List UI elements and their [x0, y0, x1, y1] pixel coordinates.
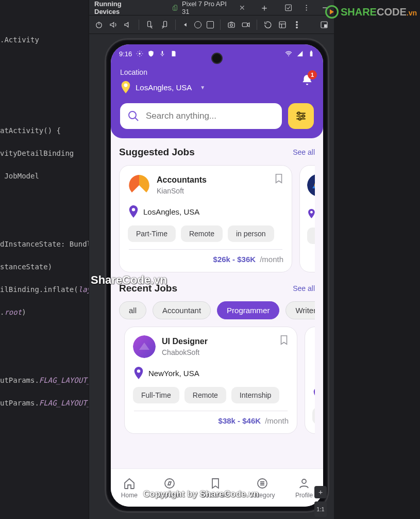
device-area: 9:16 Locat — [94, 36, 329, 519]
device-tab[interactable]: Pixel 7 Pro API 31 ✕ — [172, 0, 245, 15]
code-line: JobModel — [0, 172, 39, 180]
svg-point-35 — [312, 335, 315, 358]
code-line: atActivity() { — [0, 126, 61, 135]
svg-point-26 — [302, 115, 304, 117]
job-title: Accountants — [157, 175, 207, 185]
reload-icon[interactable] — [263, 20, 273, 29]
notifications-button[interactable]: 1 — [300, 73, 314, 87]
filter-chip-programmer[interactable]: Programmer — [217, 301, 279, 319]
camera-cutout — [211, 53, 223, 64]
filter-button[interactable] — [288, 103, 314, 129]
layout-icon[interactable] — [278, 20, 287, 29]
more-icon[interactable] — [303, 4, 310, 12]
record-icon[interactable] — [241, 20, 250, 29]
job-card-peek[interactable]: Ne Part- — [299, 165, 315, 272]
filter-chip-all[interactable]: all — [119, 301, 146, 319]
nav-category[interactable]: Category — [250, 477, 275, 499]
job-tag: in person — [228, 225, 274, 242]
toolbar-more-icon[interactable] — [292, 20, 301, 29]
svg-rect-7 — [148, 21, 151, 27]
power-icon[interactable] — [94, 20, 104, 29]
nav-label: Profile — [295, 492, 313, 499]
signal-icon — [296, 50, 304, 57]
bookmark-icon[interactable] — [273, 173, 284, 184]
svg-point-18 — [139, 53, 141, 55]
bookmark-icon — [209, 477, 222, 490]
plus-icon: + — [318, 488, 323, 496]
filter-chip-accountant[interactable]: Accountant — [153, 301, 211, 319]
svg-rect-19 — [162, 51, 163, 54]
rotate-left-icon[interactable] — [145, 20, 155, 29]
back-icon[interactable] — [182, 21, 189, 28]
nav-home[interactable]: Home — [121, 477, 138, 499]
nav-bookmark[interactable]: Bookmark — [201, 477, 229, 499]
nav-profile[interactable]: Profile — [295, 477, 313, 499]
recent-list[interactable]: UI Designer ChabokSoft NewYork, USA Full… — [119, 327, 315, 434]
svg-rect-22 — [311, 51, 312, 52]
phone-screen[interactable]: 9:16 Locat — [111, 44, 323, 507]
code-line: root — [4, 308, 22, 316]
nav-label: Home — [121, 492, 138, 499]
job-card-peek[interactable]: Fu — [305, 327, 315, 434]
job-card[interactable]: UI Designer ChabokSoft NewYork, USA Full… — [124, 327, 297, 434]
tab-add-icon[interactable]: ＋ — [260, 2, 269, 14]
zoom-ratio-button[interactable]: 1:1 — [314, 501, 327, 517]
volume-up-icon[interactable] — [109, 20, 118, 29]
filter-chip-writer[interactable]: Writer — [285, 301, 315, 319]
svg-rect-8 — [164, 21, 167, 27]
code-line: utParams. — [0, 399, 39, 407]
list-icon — [256, 477, 268, 490]
emulator-toolbar — [89, 15, 334, 34]
job-tag: Remote — [181, 225, 223, 242]
panel-tabs: Running Devices Pixel 7 Pro API 31 ✕ ＋ — [89, 0, 334, 15]
nav-explorer[interactable]: Explorer — [158, 477, 181, 499]
app-header: Location LosAngles, USA ▼ 1 — [111, 63, 323, 138]
code-line: .Activity — [0, 36, 39, 44]
watermark-logo: SHARECODE.vn — [325, 5, 417, 19]
dock-icon[interactable] — [320, 20, 329, 29]
job-tag: Fu — [312, 408, 315, 424]
svg-point-42 — [302, 479, 306, 483]
pin-icon — [307, 207, 315, 220]
wm-share: SHARE — [341, 6, 377, 18]
expand-icon[interactable] — [284, 4, 292, 12]
search-field[interactable] — [120, 103, 282, 129]
job-card[interactable]: Accountants KianSoft LosAngles, USA Part… — [119, 165, 292, 272]
pin-icon — [133, 366, 144, 380]
battery-icon — [308, 50, 315, 57]
see-all-link[interactable]: See all — [293, 284, 315, 293]
recent-section: Recent Jobs See all all Accountant Progr… — [111, 274, 323, 436]
company-logo — [133, 335, 156, 358]
code-line: layo — [78, 285, 89, 294]
code-line: utParams. — [0, 376, 39, 384]
code-line: FLAG_LAYOUT_N — [39, 376, 89, 384]
nav-label: Category — [250, 492, 275, 499]
home-icon[interactable] — [194, 21, 201, 28]
svg-rect-12 — [279, 22, 285, 28]
overview-icon[interactable] — [207, 21, 214, 28]
zoom-controls: + 1:1 — [313, 486, 328, 519]
screenshot-icon[interactable] — [227, 20, 236, 29]
see-all-link[interactable]: See all — [293, 148, 315, 156]
nav-label: Bookmark — [201, 492, 229, 499]
rotate-right-icon[interactable] — [160, 20, 169, 29]
svg-point-34 — [137, 369, 140, 372]
notification-badge: 1 — [308, 70, 317, 79]
code-editor[interactable]: .Activity atActivity() { vityDetailBindi… — [0, 0, 89, 519]
location-selector[interactable]: LosAngles, USA ▼ — [120, 80, 205, 94]
zoom-add-button[interactable]: + — [314, 486, 327, 498]
svg-point-3 — [306, 5, 307, 6]
sliders-icon — [294, 109, 308, 123]
volume-down-icon[interactable] — [123, 20, 132, 29]
filter-chips[interactable]: all Accountant Programmer Writer — [119, 301, 315, 319]
job-location: NewYork, USA — [148, 369, 199, 378]
pin-icon — [120, 80, 131, 94]
tab-close-icon[interactable]: ✕ — [239, 4, 245, 12]
shield-icon — [147, 50, 155, 57]
search-input[interactable] — [145, 110, 275, 122]
bookmark-icon[interactable] — [278, 334, 290, 346]
job-location: LosAngles, USA — [143, 207, 199, 216]
device-icon — [172, 4, 179, 11]
suggested-list[interactable]: Accountants KianSoft LosAngles, USA Part… — [119, 165, 315, 272]
svg-point-4 — [306, 7, 307, 8]
